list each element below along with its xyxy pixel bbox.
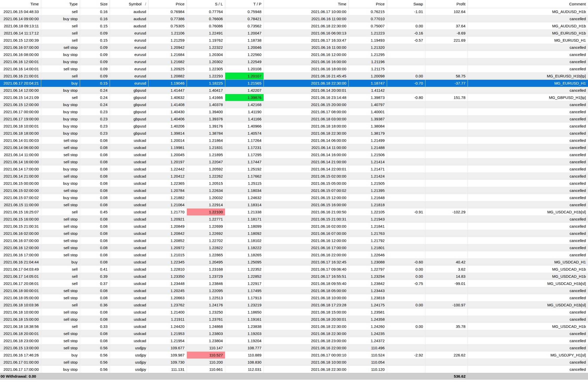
table-row[interactable]: 2021.06.14 12:00:00buy stop0.24gbpusd1.4… [0,87,588,94]
cell-close_price: 1.21792 [348,237,387,244]
table-row[interactable]: 2021.06.16 21:00:01sell0.09eurusd1.20882… [0,72,588,79]
table-row[interactable]: 2021.06.15 00:00:00buy stop0.08usdcad1.2… [0,180,588,187]
table-row[interactable]: 2021.06.14 09:00:00buy stop0.16audusd0.7… [0,15,588,22]
table-row[interactable]: 2021.06.14 11:17:12sell0.09eurusd1.21106… [0,29,588,37]
column-header-size[interactable]: Size [80,0,110,8]
cell-sl: 0.76606 [187,15,225,22]
cell-tp: 1.19161 [225,316,264,323]
column-header-close-price[interactable]: Price [348,0,387,8]
cell-symbol: usdcad [110,172,148,180]
cell-swap: -0.70 [387,79,425,87]
table-row[interactable]: 2021.06.16 07:00:00sell stop0.09eurusd1.… [0,44,588,51]
cell-comment: cancelled [468,294,588,301]
table-row[interactable]: 2021.06.18 10:00:00sell stop0.08usdcad1.… [0,308,588,316]
column-header-symbol[interactable]: Symbol/ [110,0,148,8]
column-header-type[interactable]: Type [41,0,80,8]
table-row[interactable]: 2021.06.18 23:00:00sell stop0.08usdcad1.… [0,337,588,344]
table-row[interactable]: 2021.06.16 14:00:01sell stop0.09eurusd1.… [0,65,588,72]
table-row[interactable]: 2021.06.14 17:00:00buy stop0.08usdcad1.2… [0,165,588,172]
cell-swap [387,215,425,223]
table-row[interactable]: 2021.06.15 07:00:02buy stop0.08usdcad1.2… [0,194,588,201]
cell-open_time: 2021.06.17 20:04:21 [0,79,41,87]
cell-close_time: 2021.06.18 10:00:00 [264,358,348,366]
column-header-close-time[interactable]: Time [264,0,348,8]
table-row[interactable]: 2021.06.17 01:00:00sell stop0.56usdjpy10… [0,358,588,366]
cell-close_time: 2021.06.17 16:55:51 [264,273,348,280]
cell-close_price: 1.24175 [348,301,387,308]
column-header-open-price[interactable]: Price [148,0,187,8]
cell-open_time: 2021.06.16 08:00:00 [0,51,41,58]
column-header-sl[interactable]: S / L [187,0,225,8]
cell-comment: MG_USDCAD_H1b[sl] [468,301,588,308]
table-row[interactable]: 2021.06.17 20:08:01sell0.37usdcad1.23448… [0,280,588,287]
cell-comment: cancelled [468,237,588,244]
cell-close_time: 2021.06.14 22:00:01 [264,165,348,172]
table-row[interactable]: 2021.06.15 16:25:07sell0.45usdcad1.21770… [0,208,588,215]
column-header-swap[interactable]: Swap [387,0,425,8]
table-row[interactable]: 2021.06.15 16:00:00sell stop0.08usdcad1.… [0,215,588,223]
table-row[interactable]: 2021.06.16 17:00:00sell stop0.08usdcad1.… [0,251,588,258]
cell-type: sell stop [41,244,80,251]
table-row[interactable]: 2021.06.16 17:46:26buy0.56usdjpy109.9871… [0,351,588,358]
cell-type: sell stop [41,308,80,316]
table-row[interactable]: 2021.06.17 14:05:01sell0.39usdcad1.23350… [0,273,588,280]
cell-tp: 1.21338 [225,208,264,215]
cell-profit [425,122,468,130]
cell-open_time: 2021.06.15 14:21:09 [0,94,41,101]
table-row[interactable]: 2021.06.18 15:00:00sell stop0.08usdcad1.… [0,316,588,323]
table-row[interactable]: 2021.06.18 05:00:00sell stop0.08usdcad1.… [0,294,588,301]
column-header-open-time[interactable]: Time [0,0,41,8]
table-row[interactable]: 2021.06.18 10:03:36sell0.36usdcad1.23762… [0,301,588,308]
cell-sl: 1.20515 [187,180,225,187]
table-row[interactable]: 2021.06.18 10:00:01buy stop0.23gbpusd1.4… [0,122,588,130]
table-row[interactable]: 2021.06.16 07:00:00sell stop0.08usdcad1.… [0,237,588,244]
table-row[interactable]: 2021.06.16 02:00:00sell stop0.08usdcad1.… [0,230,588,237]
table-row[interactable]: 2021.06.14 16:00:00sell stop0.08usdcad1.… [0,158,588,165]
table-row[interactable]: 2021.06.14 01:00:03sell stop0.08usdcad1.… [0,137,588,144]
cell-tp: 1.18171 [225,215,264,223]
column-header-comment[interactable]: Comment [468,0,588,8]
cell-type: sell stop [41,172,80,180]
table-row[interactable]: 2021.06.17 20:04:21buy0.15eurusd1.190461… [0,79,588,87]
table-row[interactable]: 2021.06.18 18:38:56sell0.33usdcad1.24420… [0,323,588,330]
table-row[interactable]: 2021.06.14 06:00:00sell stop0.08usdcad1.… [0,144,588,151]
table-row[interactable]: 2021.06.15 02:00:00sell stop0.08usdcad1.… [0,187,588,194]
cell-sl: 1.22305 [187,65,225,72]
table-row[interactable]: 2021.06.16 21:04:44buy0.08usdcad1.223451… [0,258,588,265]
cell-size: 0.08 [80,223,110,230]
cell-comment: cancelled [468,51,588,58]
column-header-tp[interactable]: T / P [225,0,264,8]
cell-swap [387,108,425,115]
table-row[interactable]: 2021.06.17 00:00:00buy stop0.23gbpusd1.4… [0,108,588,115]
cell-tp: 1.17231 [225,144,264,151]
cell-sl: 1.22771 [187,215,225,223]
table-row[interactable]: 2021.06.16 12:00:01buy stop0.09eurusd1.2… [0,58,588,65]
table-row[interactable]: 2021.06.15 12:00:39sell0.15eurusd1.21259… [0,37,588,44]
table-row[interactable]: 2021.06.15 14:21:09sell0.24gbpusd1.40632… [0,94,588,101]
table-row[interactable]: 2021.06.18 20:00:01sell stop0.08usdcad1.… [0,330,588,337]
table-row[interactable]: 2021.06.18 09:13:11sell0.15audusd0.75305… [0,22,588,29]
cell-type: buy stop [41,194,80,201]
cell-swap: -0.16 [387,29,425,37]
table-row[interactable]: 2021.06.15 12:00:00buy stop0.24gbpusd1.4… [0,101,588,108]
table-row[interactable]: 2021.06.15 11:00:00sell stop0.08usdcad1.… [0,201,588,208]
table-row[interactable]: 2021.06.16 12:00:00sell stop0.08usdcad1.… [0,244,588,251]
cell-close_time: 2021.06.18 23:00:00 [264,337,348,344]
table-row[interactable]: 2021.06.17 19:00:00buy stop0.23gbpusd1.4… [0,115,588,122]
table-row[interactable]: 2021.06.15 21:00:31sell stop0.08usdcad1.… [0,223,588,230]
table-row[interactable]: 2021.06.15 13:00:00sell stop0.56usdjpy10… [0,344,588,351]
cell-close_time: 2021.06.18 22:30:00 [264,79,348,87]
cell-comment: cancelled [468,308,588,316]
cell-profit [425,344,468,351]
cell-symbol: usdcad [110,187,148,194]
cell-size: 0.08 [80,194,110,201]
column-header-profit[interactable]: Profit [425,0,468,8]
table-row[interactable]: 2021.06.17 04:03:49sell0.41usdcad1.22810… [0,265,588,273]
table-row[interactable]: 2021.06.17 17:00:00buy stop0.56usdjpy111… [0,366,588,373]
table-row[interactable]: 2021.06.16 08:00:00buy stop0.09eurusd1.2… [0,51,588,58]
table-row[interactable]: 2021.06.14 21:00:00sell stop0.08usdcad1.… [0,172,588,180]
table-row[interactable]: 2021.06.15 04:48:33sell0.16audusd0.76984… [0,8,588,15]
table-row[interactable]: 2021.06.18 00:00:01sell stop0.08usdcad1.… [0,287,588,294]
table-row[interactable]: 2021.06.14 11:00:00sell stop0.08usdcad1.… [0,151,588,158]
table-row[interactable]: 2021.06.18 18:00:00buy stop0.23gbpusd1.3… [0,130,588,137]
